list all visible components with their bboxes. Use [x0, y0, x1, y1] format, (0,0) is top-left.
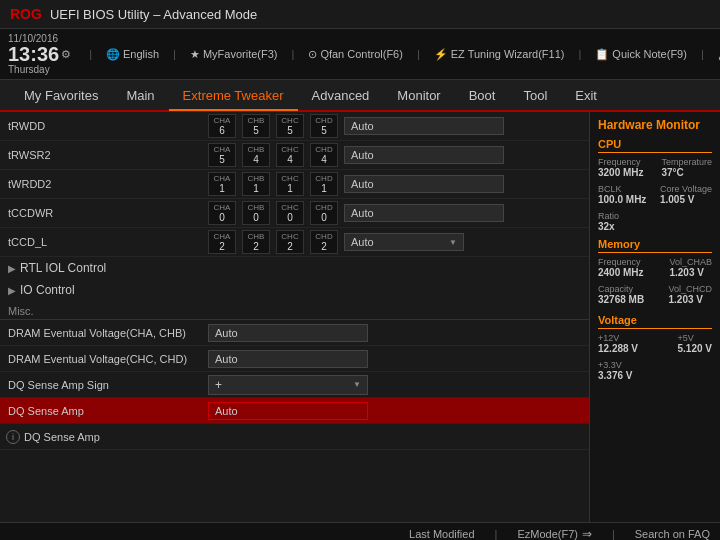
- datetime-display: 11/10/2016 13:36 ⚙ Thursday: [8, 33, 71, 75]
- channel-chc-trwsr2[interactable]: CHC4: [276, 143, 304, 167]
- nav-tool[interactable]: Tool: [509, 82, 561, 109]
- search-faq-label: Search on FAQ: [635, 528, 710, 540]
- channel-controls-tccdl: CHA2 CHB2 CHC2 CHD2 Auto▼: [208, 230, 581, 254]
- setting-dq-sense-amp-active[interactable]: DQ Sense Amp Auto: [0, 398, 589, 424]
- dropdown-tccdl[interactable]: Auto▼: [344, 233, 464, 251]
- setting-dram-voltage-chab[interactable]: DRAM Eventual Voltage(CHA, CHB) Auto: [0, 320, 589, 346]
- hardware-monitor-panel: Hardware Monitor CPU Frequency 3200 MHz …: [590, 112, 720, 522]
- quicknote-label: Quick Note(F9): [612, 48, 687, 60]
- ezmode-label: EzMode(F7): [517, 528, 578, 540]
- search-faq-button[interactable]: Search on FAQ: [635, 528, 710, 540]
- cpu-freq-label: Frequency: [598, 157, 644, 167]
- dropdown-dram-chcd[interactable]: Auto: [208, 350, 368, 368]
- nav-monitor[interactable]: Monitor: [383, 82, 454, 109]
- cpu-temp-label: Temperature: [661, 157, 712, 167]
- toolbar-myfavorite[interactable]: ★ MyFavorite(F3): [190, 48, 278, 61]
- last-modified-button[interactable]: Last Modified: [409, 528, 474, 540]
- channel-chc-tccdwr[interactable]: CHC0: [276, 201, 304, 225]
- setting-dq-sense-amp-info[interactable]: i DQ Sense Amp: [0, 424, 589, 450]
- setting-trwsr2[interactable]: tRWSR2 CHA5 CHB4 CHC4 CHD4 Auto: [0, 141, 589, 170]
- toolbar-quicknote[interactable]: 📋 Quick Note(F9): [595, 48, 687, 61]
- channel-chc-trwdd[interactable]: CHC5: [276, 114, 304, 138]
- dropdown-twrdd2[interactable]: Auto: [344, 175, 504, 193]
- toolbar-qfan[interactable]: ⊙ Qfan Control(F6): [308, 48, 403, 61]
- channel-chc-twrdd2[interactable]: CHC1: [276, 172, 304, 196]
- setting-label-twrdd2: tWRDD2: [8, 178, 208, 190]
- section-io-control[interactable]: ▶ IO Control: [0, 279, 589, 301]
- nav-exit[interactable]: Exit: [561, 82, 611, 109]
- cpu-ratio-block: Ratio 32x: [598, 211, 712, 232]
- cpu-temp-block: Temperature 37°C: [661, 157, 712, 178]
- nav-myfavorites[interactable]: My Favorites: [10, 82, 112, 109]
- channel-controls-trwsr2: CHA5 CHB4 CHC4 CHD4 Auto: [208, 143, 581, 167]
- setting-twrdd2[interactable]: tWRDD2 CHA1 CHB1 CHC1 CHD1 Auto: [0, 170, 589, 199]
- expand-arrow-io: ▶: [8, 285, 16, 296]
- channel-controls-tccdwr: CHA0 CHB0 CHC0 CHD0 Auto: [208, 201, 581, 225]
- nav-advanced[interactable]: Advanced: [298, 82, 384, 109]
- channel-cha-twrdd2[interactable]: CHA1: [208, 172, 236, 196]
- status-bar: Last Modified | EzMode(F7) ⇒ | Search on…: [0, 522, 720, 540]
- setting-dq-sense-sign[interactable]: DQ Sense Amp Sign +▼: [0, 372, 589, 398]
- quicknote-icon: 📋: [595, 48, 609, 61]
- dropdown-dq-sign[interactable]: +▼: [208, 375, 368, 395]
- settings-icon[interactable]: ⚙: [61, 48, 71, 61]
- nav-extreme-tweaker[interactable]: Extreme Tweaker: [169, 82, 298, 111]
- setting-tccdwr[interactable]: tCCDWR CHA0 CHB0 CHC0 CHD0 Auto: [0, 199, 589, 228]
- cpu-frequency-block: Frequency 3200 MHz: [598, 157, 644, 178]
- channel-chd-tccdl[interactable]: CHD2: [310, 230, 338, 254]
- dropdown-tccdwr[interactable]: Auto: [344, 204, 504, 222]
- channel-cha-tccdl[interactable]: CHA2: [208, 230, 236, 254]
- mem-freq-value: 2400 MHz: [598, 267, 644, 278]
- channel-chb-tccdl[interactable]: CHB2: [242, 230, 270, 254]
- dropdown-dram-chab[interactable]: Auto: [208, 324, 368, 342]
- channel-chb-twrdd2[interactable]: CHB1: [242, 172, 270, 196]
- dropdown-trwdd[interactable]: Auto: [344, 117, 504, 135]
- title-bar: ROG UEFI BIOS Utility – Advanced Mode: [0, 0, 720, 29]
- nav-main[interactable]: Main: [112, 82, 168, 109]
- volt-5-label: +5V: [678, 333, 712, 343]
- cpu-freq-temp-row: Frequency 3200 MHz Temperature 37°C: [598, 157, 712, 181]
- mem-freq-label: Frequency: [598, 257, 644, 267]
- cpu-section-title: CPU: [598, 138, 712, 153]
- eztuning-label: EZ Tuning Wizard(F11): [451, 48, 565, 60]
- channel-chc-tccdl[interactable]: CHC2: [276, 230, 304, 254]
- favorite-label: MyFavorite(F3): [203, 48, 278, 60]
- channel-cha-trwsr2[interactable]: CHA5: [208, 143, 236, 167]
- dropdown-dq-amp-active[interactable]: Auto: [208, 402, 368, 420]
- main-layout: tRWDD CHA6 CHB5 CHC5 CHD5 Auto tRWSR2 CH…: [0, 112, 720, 522]
- channel-cha-tccdwr[interactable]: CHA0: [208, 201, 236, 225]
- section-rtl-iol-control[interactable]: ▶ RTL IOL Control: [0, 257, 589, 279]
- setting-trwdd[interactable]: tRWDD CHA6 CHB5 CHC5 CHD5 Auto: [0, 112, 589, 141]
- toolbar-eztuning[interactable]: ⚡ EZ Tuning Wizard(F11): [434, 48, 565, 61]
- favorite-icon: ★: [190, 48, 200, 61]
- setting-label-trwdd: tRWDD: [8, 120, 208, 132]
- channel-chb-trwdd[interactable]: CHB5: [242, 114, 270, 138]
- toolbar: 11/10/2016 13:36 ⚙ Thursday | 🌐 English …: [0, 29, 720, 80]
- memory-section-title: Memory: [598, 238, 712, 253]
- eztuning-icon: ⚡: [434, 48, 448, 61]
- setting-dram-voltage-chcd[interactable]: DRAM Eventual Voltage(CHC, CHD) Auto: [0, 346, 589, 372]
- dropdown-trwsr2[interactable]: Auto: [344, 146, 504, 164]
- channel-chd-trwdd[interactable]: CHD5: [310, 114, 338, 138]
- cpu-corevolt-label: Core Voltage: [660, 184, 712, 194]
- volt-12-value: 12.288 V: [598, 343, 638, 354]
- channel-cha-trwdd[interactable]: CHA6: [208, 114, 236, 138]
- language-label: English: [123, 48, 159, 60]
- mem-volchcd-value: 1.203 V: [668, 294, 712, 305]
- cpu-ratio-label: Ratio: [598, 211, 712, 221]
- misc-section-label: Misc.: [0, 301, 589, 320]
- setting-tccdl[interactable]: tCCD_L CHA2 CHB2 CHC2 CHD2 Auto▼: [0, 228, 589, 257]
- ezmode-button[interactable]: EzMode(F7) ⇒: [517, 527, 592, 541]
- toolbar-english[interactable]: 🌐 English: [106, 48, 159, 61]
- cpu-bclk-block: BCLK 100.0 MHz: [598, 184, 646, 205]
- channel-chd-twrdd2[interactable]: CHD1: [310, 172, 338, 196]
- channel-chd-tccdwr[interactable]: CHD0: [310, 201, 338, 225]
- volt-12-label: +12V: [598, 333, 638, 343]
- channel-chb-trwsr2[interactable]: CHB4: [242, 143, 270, 167]
- volt-5-value: 5.120 V: [678, 343, 712, 354]
- channel-chb-tccdwr[interactable]: CHB0: [242, 201, 270, 225]
- nav-boot[interactable]: Boot: [455, 82, 510, 109]
- cpu-corevolt-block: Core Voltage 1.005 V: [660, 184, 712, 205]
- volt-33-label: +3.3V: [598, 360, 712, 370]
- channel-chd-trwsr2[interactable]: CHD4: [310, 143, 338, 167]
